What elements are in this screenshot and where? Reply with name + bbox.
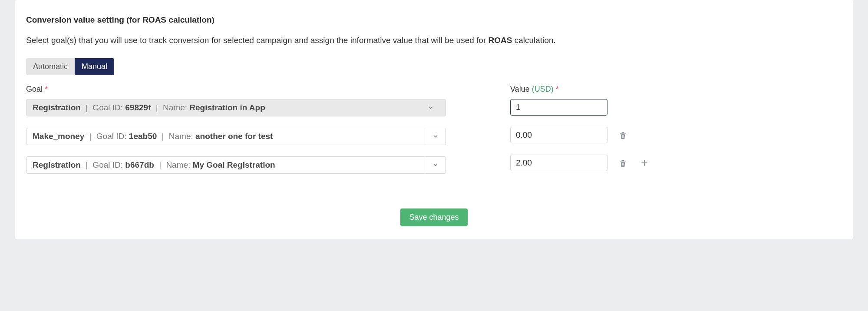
tab-manual[interactable]: Manual (75, 58, 114, 75)
value-row (510, 99, 842, 116)
value-input[interactable] (510, 127, 607, 143)
goal-column: Goal * Registration | Goal ID: 69829f | … (26, 85, 446, 174)
settings-card: Conversion value setting (for ROAS calcu… (15, 0, 853, 239)
goal-row: Registration | Goal ID: b667db | Name: M… (26, 156, 446, 174)
delete-row-button[interactable] (617, 157, 629, 169)
goal-select[interactable]: Registration | Goal ID: b667db | Name: M… (26, 156, 446, 174)
save-button[interactable]: Save changes (400, 208, 467, 226)
footer: Save changes (26, 208, 842, 226)
value-input[interactable] (510, 155, 607, 171)
chevron-down-icon (425, 128, 446, 145)
chevron-down-icon (425, 157, 446, 173)
mode-tabs: Automatic Manual (26, 58, 114, 75)
goal-row: Make_money | Goal ID: 1eab50 | Name: ano… (26, 128, 446, 145)
value-input[interactable] (510, 99, 607, 116)
add-row-button[interactable] (638, 157, 650, 169)
value-column: Value (USD) * (510, 85, 842, 171)
goal-select[interactable]: Make_money | Goal ID: 1eab50 | Name: ano… (26, 128, 446, 145)
value-label: Value (USD) * (510, 85, 842, 94)
value-row (510, 127, 842, 143)
goal-select: Registration | Goal ID: 69829f | Name: R… (26, 99, 446, 116)
chevron-down-icon (422, 105, 439, 111)
value-row (510, 155, 842, 171)
goal-row: Registration | Goal ID: 69829f | Name: R… (26, 99, 446, 116)
goal-value-grid: Goal * Registration | Goal ID: 69829f | … (26, 85, 842, 174)
tab-automatic[interactable]: Automatic (26, 58, 75, 75)
delete-row-button[interactable] (617, 129, 629, 141)
goal-label: Goal * (26, 85, 446, 94)
section-description: Select goal(s) that you will use to trac… (26, 36, 842, 45)
section-title: Conversion value setting (for ROAS calcu… (26, 15, 842, 25)
